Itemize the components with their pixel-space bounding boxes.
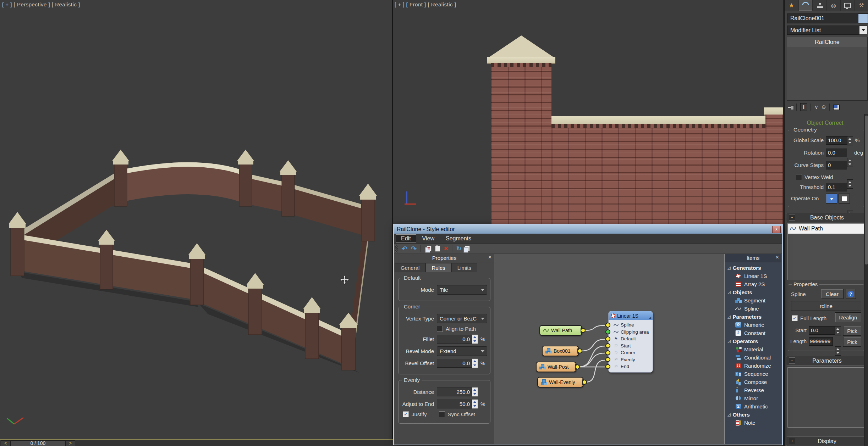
- output-port[interactable]: [582, 380, 587, 385]
- close-button[interactable]: x: [772, 226, 781, 233]
- start-spinner[interactable]: [835, 326, 841, 335]
- node-linear-1s[interactable]: Linear 1S ◢ Spline Clipping area ⚑Defaul…: [608, 311, 653, 373]
- operate-on-surface-button[interactable]: [839, 194, 850, 204]
- sync-offset-checkbox[interactable]: [439, 411, 445, 417]
- curve-steps-spinner[interactable]: [847, 179, 853, 189]
- tab-modify[interactable]: [799, 0, 813, 11]
- items-panel-header[interactable]: Items ✕: [725, 254, 781, 262]
- export-icon[interactable]: [465, 246, 470, 251]
- delete-icon[interactable]: ✕: [444, 245, 449, 252]
- input-port[interactable]: [605, 323, 610, 328]
- bevel-offset-field[interactable]: 0.0: [437, 359, 472, 368]
- scrollbar-thumb[interactable]: [865, 116, 868, 264]
- tab-rules[interactable]: Rules: [425, 263, 451, 272]
- tab-limits[interactable]: Limits: [451, 263, 477, 272]
- linear-1s-header[interactable]: Linear 1S ◢: [609, 311, 653, 320]
- configure-modifier-sets-icon[interactable]: [833, 105, 840, 110]
- item-numeric[interactable]: X²Numeric: [725, 321, 781, 329]
- properties-panel-header[interactable]: Properties ✕: [395, 254, 494, 262]
- full-length-checkbox[interactable]: ✓: [792, 315, 798, 321]
- clear-button[interactable]: Clear: [821, 289, 844, 299]
- viewport-perspective[interactable]: [ + ] [ Perspective ] [ Realistic ]: [0, 0, 393, 439]
- help-button[interactable]: ?: [846, 289, 856, 299]
- length-field[interactable]: 9999999: [809, 337, 833, 346]
- item-reverse[interactable]: Reverse: [725, 386, 781, 394]
- input-default[interactable]: ⚑Default: [609, 335, 653, 342]
- mode-dropdown[interactable]: Tile: [437, 285, 487, 295]
- node-box001[interactable]: Box001: [542, 346, 579, 356]
- show-end-result-icon[interactable]: I: [800, 103, 807, 111]
- collapse-icon[interactable]: -: [789, 357, 795, 364]
- base-objects-rollout[interactable]: - Base Objects: [786, 213, 868, 222]
- item-constant[interactable]: 2Constant: [725, 329, 781, 337]
- adjust-to-end-spinner[interactable]: [472, 399, 478, 409]
- item-spline[interactable]: Spline: [725, 305, 781, 313]
- redo-icon[interactable]: ↷: [411, 245, 417, 253]
- operate-on-spline-button[interactable]: ➤: [826, 194, 837, 204]
- align-to-path-checkbox[interactable]: [437, 326, 443, 332]
- length-pick-button[interactable]: Pick: [843, 337, 861, 347]
- input-evenly[interactable]: ⚐Evenly: [609, 356, 653, 363]
- input-port[interactable]: [605, 357, 610, 362]
- input-port[interactable]: [605, 336, 610, 341]
- item-randomize[interactable]: Randomize: [725, 362, 781, 370]
- rotation-spinner[interactable]: [847, 158, 853, 167]
- parameters-rollout[interactable]: - Parameters: [786, 356, 868, 366]
- global-scale-field[interactable]: 100.0: [826, 136, 847, 145]
- undo-icon[interactable]: ↶: [402, 245, 407, 253]
- section-operators[interactable]: ◿Operators: [725, 337, 781, 345]
- section-objects[interactable]: ◿Objects: [725, 288, 781, 296]
- threshold-field[interactable]: 0.1: [826, 183, 847, 191]
- tab-utilities[interactable]: ⚒: [855, 0, 868, 11]
- input-start[interactable]: ⚐Start: [609, 342, 653, 350]
- object-color-swatch[interactable]: [858, 13, 868, 23]
- modifier-list-arrow[interactable]: [859, 26, 867, 34]
- modifier-list-dropdown[interactable]: Modifier List: [787, 26, 867, 35]
- base-object-wall-path[interactable]: Wall Path: [788, 224, 866, 234]
- make-unique-icon[interactable]: ∨: [814, 104, 818, 110]
- justify-checkbox[interactable]: ✓: [403, 411, 409, 417]
- node-graph-canvas[interactable]: Wall Path Box001 Wall-Post Wall-Evenly: [494, 254, 725, 444]
- tab-hierarchy[interactable]: [813, 0, 827, 11]
- expand-icon[interactable]: +: [789, 438, 795, 444]
- tab-general[interactable]: General: [395, 263, 425, 272]
- base-objects-list[interactable]: Wall Path: [787, 223, 866, 280]
- menu-view[interactable]: View: [417, 235, 439, 242]
- parameters-list[interactable]: [787, 367, 866, 428]
- vertex-weld-checkbox[interactable]: [796, 174, 802, 180]
- close-icon[interactable]: ✕: [488, 255, 492, 260]
- input-port[interactable]: [605, 364, 610, 369]
- item-note[interactable]: Note: [725, 419, 781, 427]
- node-wall-evenly[interactable]: Wall-Evenly: [537, 377, 583, 388]
- style-editor-titlebar[interactable]: RailClone - Style editor x: [394, 225, 782, 234]
- output-port[interactable]: [581, 328, 586, 333]
- item-segment[interactable]: Segment: [725, 296, 781, 305]
- modifier-stack-item-railclone[interactable]: RailClone: [787, 37, 867, 47]
- bevel-mode-dropdown[interactable]: Extend: [437, 346, 487, 356]
- remove-modifier-icon[interactable]: ⊖: [822, 104, 826, 110]
- input-spline[interactable]: Spline: [609, 322, 653, 329]
- item-material[interactable]: Material: [725, 345, 781, 353]
- item-conditional[interactable]: Conditional: [725, 353, 781, 362]
- start-pick-button[interactable]: Pick: [843, 326, 861, 336]
- fillet-field[interactable]: 0.0: [437, 335, 472, 344]
- object-name-field[interactable]: RailClone001: [787, 13, 859, 23]
- input-clipping-area[interactable]: Clipping area: [609, 329, 653, 336]
- tab-create[interactable]: ★: [785, 0, 799, 11]
- distance-spinner[interactable]: [472, 387, 478, 397]
- global-scale-spinner[interactable]: [847, 136, 853, 145]
- display-rollout[interactable]: + Display: [786, 436, 868, 446]
- time-slider-handle[interactable]: 0 / 100: [11, 440, 65, 446]
- time-next-button[interactable]: >: [65, 440, 75, 446]
- pin-stack-icon[interactable]: [788, 107, 793, 108]
- time-slider[interactable]: < 0 / 100 >: [0, 439, 393, 446]
- item-sequence[interactable]: 12Sequence: [725, 370, 781, 378]
- section-parameters[interactable]: ◿Parameters: [725, 313, 781, 321]
- output-port[interactable]: [575, 364, 580, 369]
- modifier-stack[interactable]: RailClone: [787, 37, 868, 101]
- curve-steps-field[interactable]: 0: [826, 161, 847, 169]
- distance-field[interactable]: 250.0: [437, 388, 472, 396]
- input-port[interactable]: [605, 329, 610, 334]
- item-linear-1s[interactable]: Linear 1S: [725, 272, 781, 280]
- close-icon[interactable]: ✕: [775, 255, 779, 260]
